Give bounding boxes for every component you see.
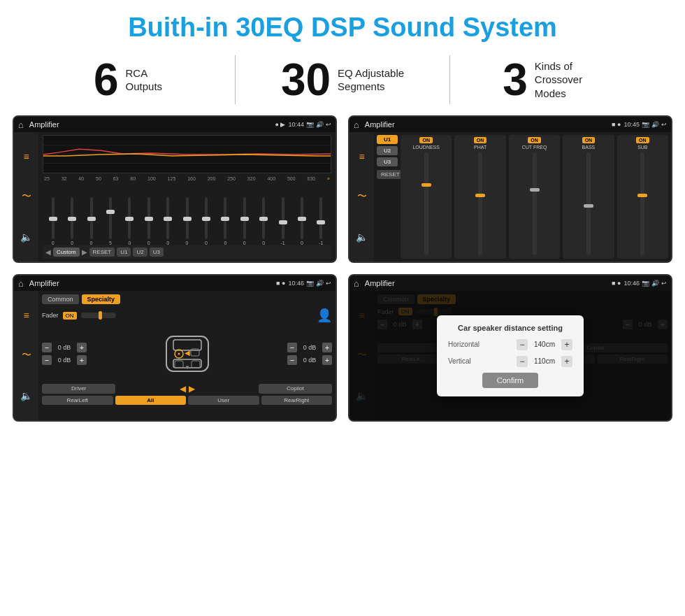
screen-amp-bands: ⌂ Amplifier ■ ● 10:45 📷 🔊 ↩ ≡ 〜 🔈 U1 <box>348 115 672 263</box>
speaker-icon-3[interactable]: 🔈 <box>19 388 34 403</box>
time-3: 10:46 <box>288 280 304 287</box>
eq-icon-3[interactable]: ≡ <box>19 308 34 323</box>
eq-icon[interactable]: ≡ <box>19 149 34 164</box>
tab-specialty[interactable]: Specialty <box>82 294 121 304</box>
screen-fader: ⌂ Amplifier ■ ● 10:46 📷 🔊 ↩ ≡ 〜 🔈 Common… <box>13 274 337 422</box>
bass-on[interactable]: ON <box>582 137 596 143</box>
back-icon-3[interactable]: ↩ <box>326 280 331 287</box>
stat-eq: 30 EQ Adjustable Segments <box>243 57 442 102</box>
driver-btn[interactable]: Driver <box>42 384 115 394</box>
all-btn[interactable]: All <box>115 396 187 405</box>
cutfreq-on[interactable]: ON <box>528 137 541 143</box>
rr-plus[interactable]: + <box>322 355 332 365</box>
eq-slider-6: 0 <box>159 197 176 245</box>
band-cutfreq: ON CUT FREQ <box>509 135 560 259</box>
amp-main: U1 U2 U3 RESET ON LOUDNESS ON <box>374 132 671 262</box>
fader-label: Fader <box>42 312 59 319</box>
home-icon-2[interactable]: ⌂ <box>354 120 359 130</box>
band-phat: ON PHAT <box>454 135 505 259</box>
fader-slider[interactable] <box>81 313 116 318</box>
speaker-icon[interactable]: 🔈 <box>19 229 34 245</box>
speaker-icon-2[interactable]: 🔈 <box>354 229 370 245</box>
rearleft-btn[interactable]: RearLeft <box>42 396 113 405</box>
rearright-btn[interactable]: RearRight <box>261 396 333 405</box>
eq-slider-4: 0 <box>121 197 138 245</box>
eq-slider-14: -1 <box>312 197 330 245</box>
volume-icon-3: 🔊 <box>316 280 324 287</box>
u2-button[interactable]: U2 <box>133 248 147 257</box>
distance-dialog: Car speaker distance setting Horizontal … <box>437 315 584 396</box>
band-loudness: ON LOUDNESS <box>401 135 452 259</box>
stat-number-eq: 30 <box>281 57 331 102</box>
volume-icon-1: 🔊 <box>316 121 324 128</box>
u1-select[interactable]: U1 <box>377 135 398 144</box>
bottom-buttons-row: Driver ◀ ▶ Copilot <box>42 384 332 394</box>
right-db-col: − 0 dB + − 0 dB + <box>287 343 332 365</box>
home-icon-3[interactable]: ⌂ <box>18 278 24 289</box>
dot-icon-4: ■ ● <box>612 280 621 287</box>
home-icon-4[interactable]: ⌂ <box>354 278 359 289</box>
rl-minus[interactable]: − <box>42 355 52 365</box>
copilot-btn[interactable]: Copilot <box>259 384 332 394</box>
eq-icon-2[interactable]: ≡ <box>354 149 370 164</box>
arrow-btns: ◀ ▶ <box>117 384 257 394</box>
back-icon-4[interactable]: ↩ <box>661 280 667 287</box>
band-bass: ON BASS <box>563 135 614 259</box>
wave-icon-2[interactable]: 〜 <box>354 189 370 204</box>
amp-panels: U1 U2 U3 RESET ON LOUDNESS ON <box>377 135 668 259</box>
stat-number-crossover: 3 <box>503 57 528 102</box>
time-1: 10:44 <box>288 121 304 128</box>
back-icon-2[interactable]: ↩ <box>661 121 667 128</box>
right-arrow[interactable]: ▶ <box>189 384 195 394</box>
horizontal-control: − 140cm + <box>517 339 572 350</box>
left-arrow[interactable]: ◀ <box>180 384 186 394</box>
confirm-button[interactable]: Confirm <box>482 373 538 388</box>
user-btn[interactable]: User <box>188 396 259 405</box>
stat-number-rca: 6 <box>94 57 119 102</box>
fl-plus[interactable]: + <box>77 343 87 352</box>
stat-label-rca: RCA Outputs <box>126 66 163 94</box>
rr-minus[interactable]: − <box>287 355 297 365</box>
wave-icon-3[interactable]: 〜 <box>19 348 34 363</box>
prev-arrow[interactable]: ◀ <box>45 248 51 256</box>
rl-plus[interactable]: + <box>77 355 87 365</box>
fr-plus[interactable]: + <box>322 343 332 352</box>
home-icon-1[interactable]: ⌂ <box>18 120 24 130</box>
expand-icon[interactable]: » <box>327 176 330 181</box>
u3-button[interactable]: U3 <box>150 248 164 257</box>
stat-divider-1 <box>235 55 236 104</box>
loudness-on[interactable]: ON <box>419 137 433 143</box>
svg-text:◀: ◀ <box>185 349 190 357</box>
next-arrow[interactable]: ▶ <box>82 248 87 256</box>
bottom-buttons-row2: RearLeft All User RearRight <box>42 396 332 405</box>
tab-common[interactable]: Common <box>42 294 79 304</box>
vertical-minus[interactable]: − <box>517 356 528 367</box>
reset-button[interactable]: RESET <box>89 248 115 257</box>
vertical-label: Vertical <box>448 357 517 365</box>
amp-reset[interactable]: RESET <box>377 170 404 179</box>
screen2-content: ≡ 〜 🔈 U1 U2 U3 RESET ON LOUDNESS <box>349 132 671 262</box>
status-icons-1: 10:44 📷 🔊 ↩ <box>288 121 331 128</box>
fr-minus[interactable]: − <box>287 343 297 352</box>
horizontal-plus[interactable]: + <box>561 339 572 350</box>
car-diagram: ◀ ▼ <box>89 326 284 382</box>
horizontal-minus[interactable]: − <box>517 339 528 350</box>
svg-rect-11 <box>192 361 200 368</box>
fader-sidebar: ≡ 〜 🔈 <box>14 291 38 420</box>
phat-on[interactable]: ON <box>474 137 487 143</box>
vertical-plus[interactable]: + <box>561 356 572 367</box>
eq-slider-12: -1 <box>274 197 291 245</box>
eq-slider-7: 0 <box>178 197 196 245</box>
svg-point-8 <box>178 353 180 355</box>
left-db-col: − 0 dB + − 0 dB + <box>42 343 87 365</box>
sub-on[interactable]: ON <box>636 137 649 143</box>
fl-minus[interactable]: − <box>42 343 52 352</box>
fader-on-btn[interactable]: ON <box>63 312 77 320</box>
wave-icon[interactable]: 〜 <box>19 189 34 204</box>
back-icon-1[interactable]: ↩ <box>326 121 331 128</box>
u1-button[interactable]: U1 <box>117 248 131 257</box>
status-icons-2: 10:45 📷 🔊 ↩ <box>623 121 667 128</box>
rl-db: − 0 dB + <box>42 355 87 365</box>
u3-select[interactable]: U3 <box>377 157 398 166</box>
u2-select[interactable]: U2 <box>377 146 398 155</box>
